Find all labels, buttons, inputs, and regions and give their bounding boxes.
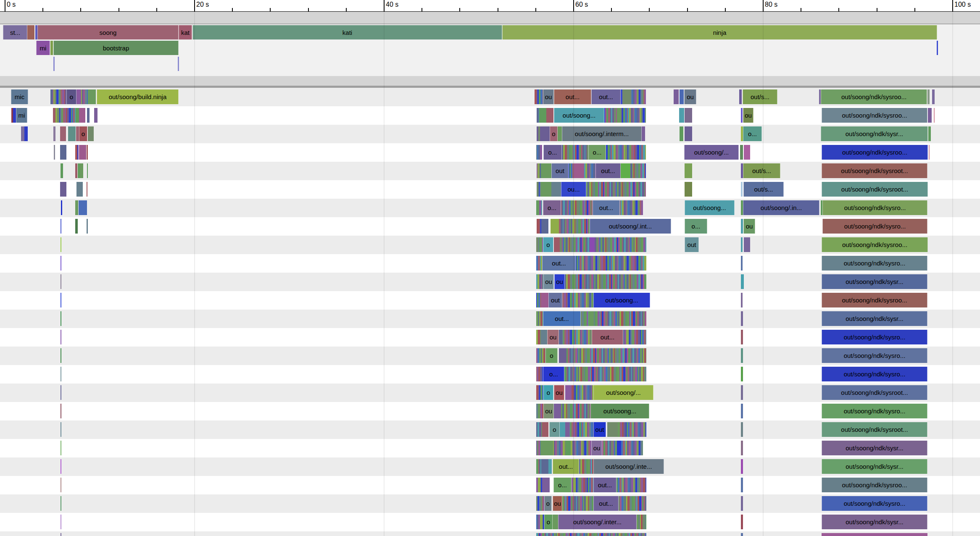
trace-event[interactable] bbox=[685, 108, 692, 123]
trace-event[interactable] bbox=[551, 219, 559, 234]
confetti-events[interactable] bbox=[536, 441, 540, 455]
confetti-events[interactable] bbox=[594, 311, 646, 326]
trace-event[interactable] bbox=[553, 515, 558, 529]
trace-event[interactable]: out/s... bbox=[743, 182, 784, 197]
trace-event[interactable]: o... bbox=[553, 478, 572, 492]
confetti-events[interactable] bbox=[50, 89, 66, 104]
trace-event[interactable]: out/soong... bbox=[554, 108, 604, 123]
confetti-events[interactable] bbox=[621, 441, 643, 455]
trace-event[interactable] bbox=[61, 385, 61, 400]
trace-event[interactable]: o bbox=[66, 89, 76, 104]
trace-event[interactable] bbox=[542, 422, 548, 437]
trace-event[interactable] bbox=[617, 441, 621, 455]
trace-event[interactable] bbox=[741, 330, 743, 344]
trace-event[interactable] bbox=[937, 41, 938, 55]
trace-event[interactable] bbox=[741, 274, 744, 289]
confetti-events[interactable] bbox=[536, 422, 542, 437]
trace-event[interactable]: out/soong/ndk/sysro... bbox=[822, 219, 927, 234]
confetti-events[interactable] bbox=[604, 108, 617, 123]
trace-event[interactable] bbox=[76, 126, 79, 141]
trace-event[interactable] bbox=[741, 422, 743, 437]
confetti-events[interactable] bbox=[536, 237, 543, 252]
confetti-events[interactable] bbox=[560, 237, 590, 252]
trace-event[interactable]: o bbox=[550, 126, 558, 141]
confetti-events[interactable] bbox=[537, 219, 541, 234]
trace-event[interactable] bbox=[68, 126, 76, 141]
trace-event[interactable]: ou bbox=[743, 219, 755, 234]
trace-event[interactable] bbox=[61, 533, 61, 536]
trace-event[interactable] bbox=[822, 533, 927, 536]
trace-event[interactable] bbox=[541, 330, 547, 344]
trace-event[interactable] bbox=[61, 441, 61, 455]
confetti-events[interactable] bbox=[606, 145, 646, 160]
confetti-events[interactable] bbox=[586, 182, 646, 197]
trace-event[interactable] bbox=[87, 182, 87, 197]
trace-event[interactable] bbox=[551, 182, 561, 197]
confetti-events[interactable] bbox=[616, 478, 646, 492]
trace-event[interactable]: out/soong/ndk/sysr... bbox=[822, 311, 927, 326]
confetti-events[interactable] bbox=[637, 515, 646, 529]
trace-event[interactable] bbox=[61, 256, 61, 271]
trace-event[interactable]: out/soong/ndk/sysr... bbox=[821, 126, 928, 141]
trace-event[interactable] bbox=[622, 89, 631, 104]
trace-event[interactable] bbox=[740, 145, 743, 160]
trace-event[interactable] bbox=[79, 145, 86, 160]
trace-event[interactable] bbox=[741, 385, 743, 400]
trace-event[interactable] bbox=[744, 237, 750, 252]
trace-event[interactable]: out/soong/ndk/sysro... bbox=[822, 200, 927, 215]
confetti-events[interactable] bbox=[561, 404, 590, 418]
trace-event[interactable] bbox=[61, 274, 61, 289]
trace-event[interactable] bbox=[685, 182, 692, 197]
trace-event[interactable] bbox=[680, 89, 684, 104]
confetti-events[interactable] bbox=[565, 274, 646, 289]
confetti-events[interactable] bbox=[630, 163, 646, 178]
trace-event[interactable] bbox=[75, 200, 78, 215]
trace-event[interactable] bbox=[61, 496, 61, 511]
trace-event[interactable] bbox=[741, 515, 743, 529]
trace-event[interactable] bbox=[741, 108, 743, 123]
trace-event[interactable]: out/soong/ndk/sysro... bbox=[822, 496, 927, 511]
trace-event[interactable]: ou bbox=[547, 330, 559, 344]
confetti-events[interactable] bbox=[595, 237, 646, 252]
trace-event[interactable] bbox=[741, 219, 743, 234]
trace-event[interactable] bbox=[741, 459, 743, 474]
confetti-events[interactable] bbox=[619, 496, 646, 511]
confetti-events[interactable] bbox=[536, 496, 544, 511]
confetti-events[interactable] bbox=[536, 293, 541, 307]
trace-event[interactable]: out/soong... bbox=[590, 404, 649, 418]
trace-event[interactable]: out... bbox=[593, 200, 620, 215]
trace-event[interactable] bbox=[61, 330, 61, 344]
trace-event[interactable]: out/soong/ndk/sysro... bbox=[822, 256, 927, 271]
trace-event[interactable] bbox=[54, 145, 55, 160]
confetti-events[interactable] bbox=[631, 89, 646, 104]
trace-event[interactable] bbox=[80, 163, 83, 178]
confetti-events[interactable] bbox=[536, 367, 543, 381]
trace-event[interactable]: ou bbox=[543, 274, 554, 289]
confetti-events[interactable] bbox=[536, 459, 541, 474]
trace-event[interactable]: out... bbox=[593, 496, 619, 511]
trace-event[interactable]: o... bbox=[543, 200, 561, 215]
confetti-events[interactable] bbox=[537, 182, 541, 197]
trace-event[interactable] bbox=[61, 293, 61, 307]
trace-event[interactable] bbox=[741, 348, 743, 363]
trace-event[interactable]: out/soong/ndk/sysroo... bbox=[822, 145, 928, 160]
trace-event[interactable] bbox=[94, 108, 97, 123]
trace-event[interactable]: out/soong/ndk/sysroot... bbox=[822, 385, 927, 400]
trace-event[interactable]: o bbox=[545, 348, 558, 363]
trace-event[interactable]: out bbox=[551, 163, 569, 178]
trace-event[interactable] bbox=[558, 126, 562, 141]
trace-event[interactable] bbox=[559, 330, 562, 344]
confetti-events[interactable] bbox=[536, 348, 545, 363]
trace-event[interactable] bbox=[61, 478, 61, 492]
confetti-events[interactable] bbox=[562, 330, 592, 344]
confetti-events[interactable] bbox=[566, 348, 646, 363]
trace-event[interactable] bbox=[61, 459, 61, 474]
trace-event[interactable]: o bbox=[544, 496, 552, 511]
trace-event[interactable]: out... bbox=[542, 256, 576, 271]
trace-event[interactable]: out/soong/.in... bbox=[743, 200, 819, 215]
confetti-events[interactable] bbox=[576, 256, 646, 271]
trace-event[interactable] bbox=[679, 108, 684, 123]
trace-event[interactable] bbox=[554, 404, 561, 418]
trace-event[interactable]: soong bbox=[37, 25, 179, 39]
trace-event[interactable]: st... bbox=[3, 25, 27, 39]
